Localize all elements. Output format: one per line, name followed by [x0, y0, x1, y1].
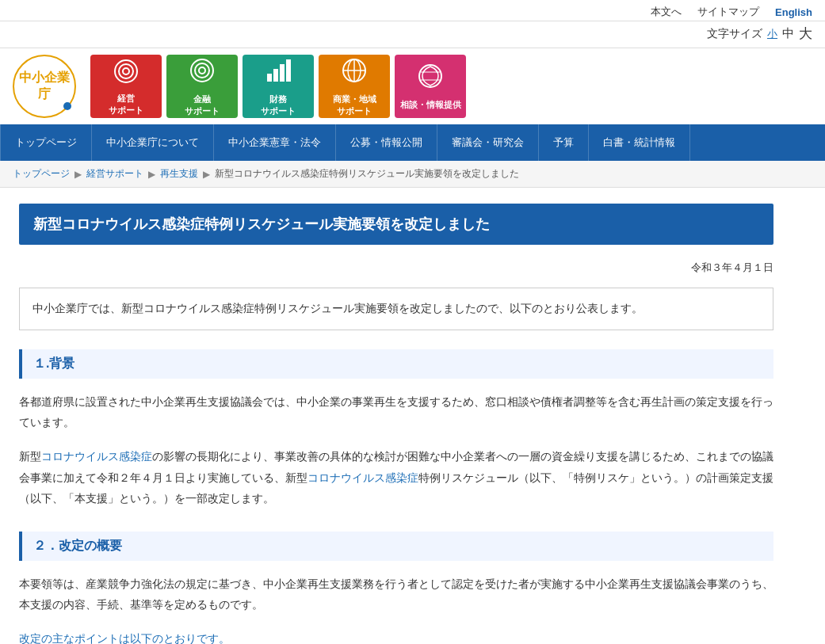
nav-top[interactable]: トップページ	[0, 124, 92, 161]
breadcrumb-saisei[interactable]: 再生支援	[160, 167, 198, 181]
cat-keiei[interactable]: 経営サポート	[90, 55, 162, 118]
sitemap-link[interactable]: サイトマップ	[697, 5, 759, 19]
link-corona-1[interactable]: コロナウイルス感染症	[41, 450, 152, 463]
font-size-large[interactable]: 大	[799, 25, 812, 43]
keiei-label: 経営サポート	[109, 93, 143, 116]
sep-3: ▶	[203, 169, 210, 180]
svg-rect-9	[286, 59, 291, 82]
page-title: 新型コロナウイルス感染症特例リスケジュール実施要領を改定しました	[19, 204, 773, 245]
logo[interactable]: 中小企業庁	[13, 55, 76, 118]
link-corona-2[interactable]: コロナウイルス感染症	[307, 471, 418, 484]
honbun-link[interactable]: 本文へ	[651, 5, 682, 19]
nav-koubo[interactable]: 公募・情報公開	[336, 124, 437, 161]
summary-box: 中小企業庁では、新型コロナウイルス感染症特例リスケジュール実施要領を改定しました…	[19, 288, 773, 330]
keiei-icon	[112, 57, 140, 90]
cat-sodan[interactable]: 相談・情報提供	[395, 55, 466, 118]
background-para-1: 各都道府県に設置された中小企業再生支援協議会では、中小企業の事業再生を支援するた…	[19, 391, 773, 433]
svg-rect-7	[273, 69, 278, 82]
sodan-icon	[416, 62, 445, 96]
breadcrumb-current: 新型コロナウイルス感染症特例リスケジュール実施要領を改定しました	[215, 167, 519, 181]
background-para-2: 新型コロナウイルス感染症の影響の長期化により、事業改善の具体的な検討が困難な中小…	[19, 446, 773, 509]
section-heading-background: １.背景	[19, 349, 773, 379]
svg-point-5	[199, 67, 205, 74]
logo-text: 中小企業庁	[14, 70, 74, 103]
overview-para-1: 本要領等は、産業競争力強化法の規定に基づき、中小企業再生支援業務を行う者として認…	[19, 574, 773, 615]
zaimu-label: 財務サポート	[261, 93, 296, 116]
nav-about[interactable]: 中小企業庁について	[92, 124, 214, 161]
breadcrumb: トップページ ▶ 経営サポート ▶ 再生支援 ▶ 新型コロナウイルス感染症特例リ…	[0, 161, 825, 188]
cat-shogyo[interactable]: 商業・地域サポート	[319, 55, 390, 118]
header: 中小企業庁 経営サポート 金融サポート	[0, 48, 825, 124]
nav-charter[interactable]: 中小企業憲章・法令	[214, 124, 336, 161]
sep-1: ▶	[74, 169, 82, 180]
kinyu-icon	[188, 56, 216, 90]
cat-zaimu[interactable]: 財務サポート	[243, 55, 314, 118]
breadcrumb-top[interactable]: トップページ	[13, 167, 70, 181]
font-size-bar: 文字サイズ 小 中 大	[0, 21, 825, 48]
shogyo-icon	[340, 56, 369, 90]
overview-para-2: 改定の主なポイントは以下のとおりです。	[19, 628, 773, 644]
sep-2: ▶	[148, 169, 155, 180]
font-size-medium[interactable]: 中	[782, 26, 794, 41]
main-content: 新型コロナウイルス感染症特例リスケジュール実施要領を改定しました 令和３年４月１…	[0, 188, 793, 644]
zaimu-icon	[264, 56, 292, 90]
publish-date: 令和３年４月１日	[19, 261, 773, 275]
svg-point-1	[119, 64, 133, 78]
kinyu-label: 金融サポート	[185, 93, 220, 116]
svg-point-4	[195, 63, 209, 78]
font-size-small[interactable]: 小	[767, 27, 777, 41]
english-link[interactable]: English	[775, 6, 812, 18]
font-size-label: 文字サイズ	[707, 27, 762, 41]
section-background: １.背景 各都道府県に設置された中小企業再生支援協議会では、中小企業の事業再生を…	[19, 349, 773, 509]
svg-rect-6	[267, 74, 272, 82]
sodan-label: 相談・情報提供	[400, 99, 461, 110]
svg-rect-8	[280, 64, 285, 82]
breadcrumb-keiei[interactable]: 経営サポート	[86, 167, 143, 181]
shogyo-label: 商業・地域サポート	[333, 93, 376, 116]
cat-kinyu[interactable]: 金融サポート	[166, 55, 238, 118]
svg-point-2	[123, 68, 129, 74]
utility-bar: 本文へ サイトマップ English	[0, 0, 825, 21]
nav-hakusho[interactable]: 白書・統計情報	[589, 124, 690, 161]
nav-shingi[interactable]: 審議会・研究会	[437, 124, 539, 161]
category-icons: 経営サポート 金融サポート 財務サポート	[90, 55, 466, 118]
navigation: トップページ 中小企業庁について 中小企業憲章・法令 公募・情報公開 審議会・研…	[0, 124, 825, 161]
section-overview: ２．改定の概要 本要領等は、産業競争力強化法の規定に基づき、中小企業再生支援業務…	[19, 532, 773, 644]
section-heading-overview: ２．改定の概要	[19, 532, 773, 561]
summary-text: 中小企業庁では、新型コロナウイルス感染症特例リスケジュール実施要領を改定しました…	[32, 302, 643, 314]
logo-dot	[63, 102, 71, 110]
nav-yosan[interactable]: 予算	[539, 124, 589, 161]
